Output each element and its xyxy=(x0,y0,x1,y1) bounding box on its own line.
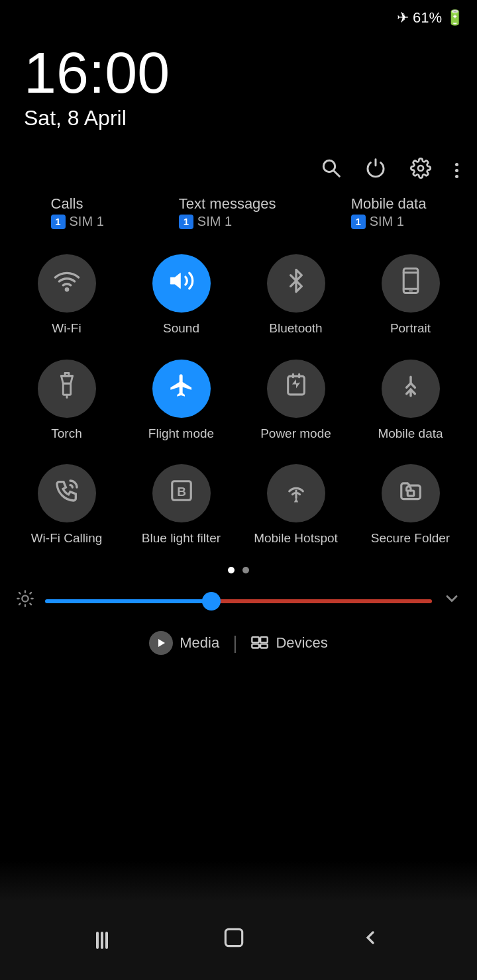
toggle-portrait[interactable]: Portrait xyxy=(353,245,468,350)
secure-folder-icon xyxy=(398,477,423,510)
toggle-powermode-label: Power mode xyxy=(260,426,331,442)
portrait-icon xyxy=(399,268,423,300)
toggle-securefolder-circle xyxy=(382,464,440,522)
svg-text:B: B xyxy=(177,485,186,499)
devices-icon xyxy=(250,632,269,655)
toggle-torch-label: Torch xyxy=(51,426,81,442)
toggle-hotspot-circle xyxy=(267,464,325,522)
mobiledata-sim-name: SIM 1 xyxy=(370,214,404,229)
calls-sim-badge: 1 xyxy=(51,215,66,229)
mobiledata-label: Mobile data xyxy=(351,195,427,213)
calls-sim-name: SIM 1 xyxy=(70,214,104,229)
calls-label: Calls xyxy=(51,195,83,213)
toggle-mobiledata[interactable]: Mobile data xyxy=(353,350,468,456)
brightness-row xyxy=(0,587,477,623)
power-icon[interactable] xyxy=(365,158,386,183)
svg-rect-38 xyxy=(225,929,242,946)
toggle-mobiledata-circle xyxy=(382,360,440,418)
toggle-torch[interactable]: Torch xyxy=(9,350,124,456)
toggle-bluelight[interactable]: B Blue light filter xyxy=(124,455,238,560)
toggle-hotspot-label: Mobile Hotspot xyxy=(254,530,338,547)
brightness-expand-icon[interactable] xyxy=(443,589,461,612)
svg-marker-10 xyxy=(61,376,72,383)
battery-percent: 61% xyxy=(413,9,442,26)
svg-rect-37 xyxy=(261,644,268,648)
clock-date: Sat, 8 April xyxy=(24,106,453,130)
toggle-grid: Wi-Fi Sound Bluetooth xyxy=(0,245,477,560)
toggle-bluetooth[interactable]: Bluetooth xyxy=(238,245,353,350)
bluetooth-icon xyxy=(285,268,307,300)
sound-icon xyxy=(168,268,195,300)
brightness-track[interactable] xyxy=(45,599,432,603)
toggle-sound-circle xyxy=(152,254,211,313)
toggle-wificalling-label: Wi-Fi Calling xyxy=(31,530,103,547)
svg-line-28 xyxy=(30,603,31,605)
toggle-securefolder[interactable]: Secure Folder xyxy=(353,455,468,560)
toggle-wifi-label: Wi-Fi xyxy=(52,320,81,337)
hotspot-icon xyxy=(284,477,309,510)
blue-light-filter-icon: B xyxy=(169,477,194,510)
torch-icon xyxy=(55,372,79,405)
page-indicators xyxy=(0,560,477,587)
brightness-icon xyxy=(16,589,34,612)
page-dot-1[interactable] xyxy=(228,567,235,573)
toggle-bluelight-label: Blue light filter xyxy=(142,530,221,547)
svg-line-32 xyxy=(30,593,31,594)
media-divider: | xyxy=(233,632,237,654)
media-label: Media xyxy=(180,634,219,652)
gear-icon[interactable] xyxy=(410,158,431,183)
recent-apps-icon[interactable] xyxy=(96,932,108,949)
clock-time: 16:00 xyxy=(24,44,453,102)
svg-point-24 xyxy=(22,595,28,601)
toggle-securefolder-label: Secure Folder xyxy=(371,530,450,547)
more-options-icon[interactable] xyxy=(455,160,458,181)
toggle-hotspot[interactable]: Mobile Hotspot xyxy=(238,455,353,560)
svg-rect-34 xyxy=(252,637,260,642)
media-play-icon xyxy=(149,631,173,655)
svg-rect-8 xyxy=(408,290,412,291)
power-mode-icon xyxy=(284,372,308,405)
media-button[interactable]: Media xyxy=(149,631,219,655)
bottom-peek xyxy=(0,861,477,901)
toggle-wifi[interactable]: Wi-Fi xyxy=(9,245,124,350)
svg-rect-9 xyxy=(63,383,70,395)
page-dot-2[interactable] xyxy=(242,567,249,573)
wifi-calling-icon xyxy=(54,477,80,510)
textmsg-label: Text messages xyxy=(179,195,276,213)
svg-rect-35 xyxy=(261,637,268,642)
search-icon[interactable] xyxy=(320,157,341,183)
svg-marker-4 xyxy=(170,273,180,288)
toggle-wificalling[interactable]: Wi-Fi Calling xyxy=(9,455,124,560)
toggle-bluetooth-circle xyxy=(267,254,325,313)
brightness-thumb[interactable] xyxy=(202,592,221,611)
toggle-bluelight-circle: B xyxy=(152,464,211,522)
textmsg-sim-name: SIM 1 xyxy=(197,214,232,229)
calls-sim[interactable]: Calls 1 SIM 1 xyxy=(51,195,104,229)
battery-icon: 🔋 xyxy=(446,9,464,26)
devices-label: Devices xyxy=(276,634,327,652)
toggle-portrait-label: Portrait xyxy=(390,320,431,337)
svg-line-1 xyxy=(334,171,340,177)
toggle-sound-label: Sound xyxy=(163,320,199,337)
sim-row: Calls 1 SIM 1 Text messages 1 SIM 1 Mobi… xyxy=(0,195,477,245)
back-icon[interactable] xyxy=(360,927,381,954)
svg-line-31 xyxy=(19,603,21,605)
textmsg-sim[interactable]: Text messages 1 SIM 1 xyxy=(179,195,276,229)
mobiledata-sim[interactable]: Mobile data 1 SIM 1 xyxy=(351,195,427,229)
svg-point-2 xyxy=(418,166,423,171)
devices-button[interactable]: Devices xyxy=(250,632,327,655)
toggle-sound[interactable]: Sound xyxy=(124,245,238,350)
svg-rect-36 xyxy=(252,644,260,648)
nav-bar xyxy=(0,901,477,980)
toggle-flightmode-circle xyxy=(152,360,211,418)
toggle-bluetooth-label: Bluetooth xyxy=(269,320,322,337)
svg-marker-33 xyxy=(158,639,165,647)
toggle-torch-circle xyxy=(38,360,96,418)
flight-mode-icon xyxy=(168,372,195,405)
toggle-flightmode[interactable]: Flight mode xyxy=(124,350,238,456)
toggle-powermode-circle xyxy=(267,360,325,418)
home-icon[interactable] xyxy=(221,925,246,956)
media-devices-row: Media | Devices xyxy=(0,623,477,667)
mobiledata-sim-badge: 1 xyxy=(351,215,366,229)
toggle-powermode[interactable]: Power mode xyxy=(238,350,353,456)
